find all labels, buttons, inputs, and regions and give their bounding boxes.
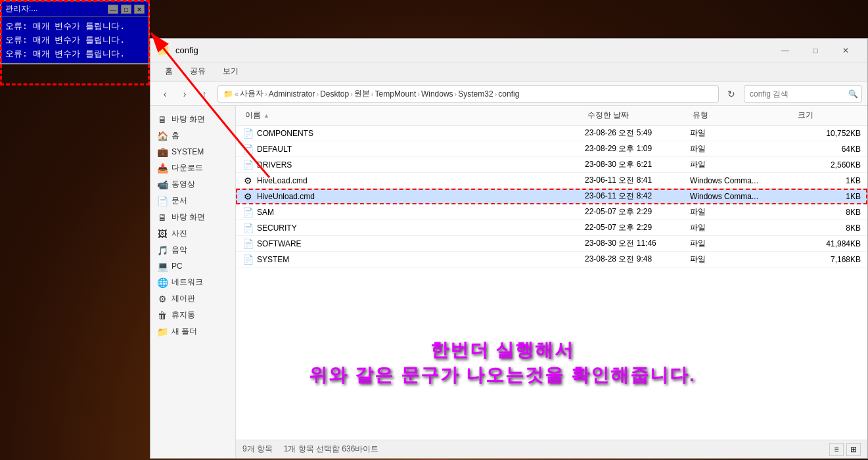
refresh-button[interactable]: ↻: [723, 85, 740, 103]
file-row[interactable]: 📄 SECURITY 22-05-07 오후 2:29 파일 8KB: [236, 220, 867, 236]
file-list-area: 이름 ▲ 수정한 날짜 유형 크기: [236, 106, 867, 458]
view-grid-button[interactable]: ⊞: [846, 443, 861, 456]
file-name-cell: 📄 DRIVERS: [242, 160, 585, 170]
file-name: COMPONENTS: [257, 129, 313, 138]
desktop: 관리자:... — □ ✕ 오류: 매개 변수가 틀립니다. 오류: 매개 변수…: [0, 0, 868, 460]
file-row[interactable]: 📄 SYSTEM 23-08-28 오전 9:48 파일 7,168KB: [236, 252, 867, 267]
sidebar-label-pictures: 사진: [171, 228, 187, 239]
status-items-count: 9개 항목 1개 항목 선택함 636바이트: [242, 444, 378, 455]
file-name-cell: 📄 SYSTEM: [242, 254, 585, 265]
sidebar-item-downloads[interactable]: 📥 다운로드: [150, 160, 235, 176]
file-size: 1KB: [795, 192, 861, 201]
col-header-name[interactable]: 이름 ▲: [242, 108, 585, 122]
breadcrumb-system32: System32: [458, 89, 493, 99]
cmd-close-button[interactable]: ✕: [134, 5, 145, 14]
pictures-icon: 🖼: [157, 229, 168, 239]
breadcrumb-user: 사용자: [240, 88, 263, 99]
file-icon: 📄: [242, 239, 253, 249]
explorer-close-button[interactable]: ✕: [831, 41, 861, 60]
address-bar: ‹ › ↑ 📁 « 사용자 › Administrator › Desktop …: [150, 82, 867, 106]
file-row[interactable]: ⚙ HiveLoad.cmd 23-06-11 오전 8:41 Windows …: [236, 173, 867, 189]
file-size: 10,752KB: [795, 129, 861, 138]
sort-icon-name: ▲: [263, 112, 269, 119]
breadcrumb-folder-icon: 📁: [223, 89, 233, 99]
controlpanel-icon: ⚙: [157, 294, 168, 304]
file-row[interactable]: 📄 COMPONENTS 23-08-26 오전 5:49 파일 10,752K…: [236, 126, 867, 141]
explorer-titlebar: 📁 config — □ ✕: [150, 39, 867, 62]
sidebar-label-downloads: 다운로드: [171, 162, 203, 173]
col-header-size[interactable]: 크기: [795, 108, 861, 122]
view-list-button[interactable]: ≡: [829, 443, 844, 456]
explorer-minimize-button[interactable]: —: [770, 41, 800, 60]
sidebar-item-desktop[interactable]: 🖥 바탕 화면: [150, 111, 235, 127]
file-name: DEFAULT: [257, 145, 292, 154]
sidebar-item-pc[interactable]: 💻 PC: [150, 258, 235, 274]
newfolder-icon: 📁: [157, 327, 168, 337]
file-name: SYSTEM: [257, 255, 289, 264]
sidebar-item-videos[interactable]: 📹 동영상: [150, 176, 235, 193]
explorer-main: 🖥 바탕 화면 🏠 홈 💼 SYSTEM 📥 다운로드 📹 동영상: [150, 106, 867, 458]
sidebar-item-desktop2[interactable]: 🖥 바탕 화면: [150, 209, 235, 225]
file-name: DRIVERS: [257, 160, 292, 170]
sidebar-label-videos: 동영상: [171, 179, 195, 190]
sidebar-item-trash[interactable]: 🗑 휴지통: [150, 307, 235, 323]
file-name-cell: 📄 COMPONENTS: [242, 128, 585, 139]
file-row[interactable]: 📄 DEFAULT 23-08-29 오후 1:09 파일 64KB: [236, 141, 867, 157]
sidebar-item-pictures[interactable]: 🖼 사진: [150, 225, 235, 242]
ribbon-tab-share[interactable]: 공유: [182, 62, 214, 81]
col-header-date[interactable]: 수정한 날짜: [585, 108, 690, 122]
cmd-maximize-button[interactable]: □: [121, 5, 131, 14]
file-date: 22-05-07 오후 2:29: [585, 206, 690, 218]
file-rows: 📄 COMPONENTS 23-08-26 오전 5:49 파일 10,752K…: [236, 126, 867, 440]
file-date: 23-08-29 오후 1:09: [585, 143, 690, 154]
ribbon-tab-home[interactable]: 홈: [157, 62, 181, 81]
explorer-title: config: [175, 45, 198, 55]
cmd-minimize-button[interactable]: —: [108, 5, 118, 14]
status-view-buttons: ≡ ⊞: [829, 443, 861, 456]
file-row[interactable]: 📄 SAM 22-05-07 오후 2:29 파일 8KB: [236, 204, 867, 220]
search-input[interactable]: [744, 85, 862, 103]
explorer-titlebar-buttons: — □ ✕: [770, 41, 861, 60]
breadcrumb-wonbon: 원본: [354, 88, 370, 99]
col-headers: 이름 ▲ 수정한 날짜 유형 크기: [236, 106, 867, 126]
address-path[interactable]: 📁 « 사용자 › Administrator › Desktop › 원본 ›…: [217, 85, 719, 103]
file-icon: 📄: [242, 144, 253, 154]
file-date: 23-08-26 오전 5:49: [585, 127, 690, 139]
file-row-selected[interactable]: ⚙ HiveUnload.cmd 23-06-11 오전 8:42 Window…: [236, 189, 867, 204]
sidebar-item-music[interactable]: 🎵 음악: [150, 242, 235, 258]
nav-back-button[interactable]: ‹: [156, 85, 174, 103]
breadcrumb-tempmount: TempMount: [375, 89, 417, 99]
col-header-type[interactable]: 유형: [690, 108, 795, 122]
sidebar-item-documents[interactable]: 📄 문서: [150, 193, 235, 209]
breadcrumb-admin: Administrator: [269, 89, 315, 99]
nav-forward-button[interactable]: ›: [175, 85, 194, 103]
explorer-maximize-button[interactable]: □: [800, 41, 831, 60]
sidebar-item-system[interactable]: 💼 SYSTEM: [150, 144, 235, 160]
file-name-cell: ⚙ HiveLoad.cmd: [242, 175, 585, 186]
sidebar-item-network[interactable]: 🌐 네트워크: [150, 274, 235, 290]
file-row[interactable]: 📄 SOFTWARE 23-08-30 오전 11:46 파일 41,984KB: [236, 236, 867, 252]
network-icon: 🌐: [157, 277, 168, 288]
file-date: 23-06-11 오전 8:42: [585, 191, 690, 202]
ribbon: 홈 공유 보기: [150, 62, 867, 82]
nav-buttons: ‹ › ↑: [156, 85, 214, 103]
file-name-cell: 📄 DEFAULT: [242, 144, 585, 154]
file-type: Windows Comma...: [690, 192, 795, 201]
file-name: HiveLoad.cmd: [257, 176, 308, 185]
sidebar-item-controlpanel[interactable]: ⚙ 제어판: [150, 290, 235, 307]
file-date: 23-08-28 오전 9:48: [585, 254, 690, 265]
file-type: 파일: [690, 206, 795, 218]
cmd-error-2: 오류: 매개 변수가 틀립니다.: [5, 34, 145, 47]
sidebar-label-network: 네트워크: [171, 277, 203, 288]
sidebar-label-pc: PC: [171, 262, 183, 271]
ribbon-tab-view[interactable]: 보기: [215, 62, 246, 81]
sidebar-item-newfolder[interactable]: 📁 새 폴더: [150, 323, 235, 340]
sidebar-label-controlpanel: 제어판: [171, 293, 195, 304]
sidebar-item-home[interactable]: 🏠 홈: [150, 127, 235, 144]
nav-up-button[interactable]: ↑: [195, 85, 214, 103]
file-row[interactable]: 📄 DRIVERS 23-08-30 오후 6:21 파일 2,560KB: [236, 157, 867, 173]
file-size: 64KB: [795, 145, 861, 154]
cmd-titlebar: 관리자:... — □ ✕: [1, 1, 148, 17]
sidebar-label-newfolder: 새 폴더: [171, 326, 197, 337]
search-wrapper: 🔍: [744, 85, 862, 103]
